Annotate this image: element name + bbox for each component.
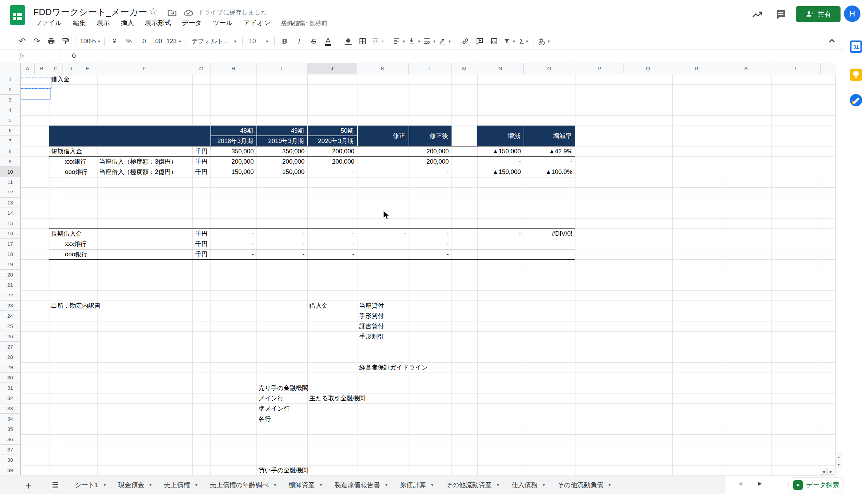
document-title[interactable]: FDDワークシート_メーカー (33, 6, 147, 18)
column-header-T[interactable]: T (771, 63, 821, 74)
cell-N6[interactable]: 増減 (477, 126, 520, 146)
borders-icon[interactable] (357, 34, 368, 48)
menu-item[interactable]: アドオン (244, 19, 271, 27)
cell-G9[interactable]: 千円 (192, 156, 210, 167)
increase-decimal-button[interactable]: .00 (152, 34, 164, 48)
column-header-K[interactable]: K (357, 63, 409, 74)
functions-button[interactable]: Σ▾ (518, 34, 529, 48)
cell-H16[interactable]: - (210, 228, 254, 239)
cell-G16[interactable]: 千円 (192, 228, 210, 239)
tabs-scroll-left-icon[interactable]: ◀ (738, 481, 742, 486)
cell-L8[interactable]: 200,000 (409, 146, 449, 156)
scroll-down-button[interactable]: ▼ (835, 461, 842, 468)
row-header-15[interactable]: 15 (0, 218, 21, 228)
cell-G17[interactable]: 千円 (192, 239, 210, 249)
row-header-31[interactable]: 31 (0, 383, 21, 393)
bold-button[interactable]: B (279, 34, 290, 48)
row-header-35[interactable]: 35 (0, 424, 21, 434)
column-header-stub[interactable] (821, 63, 835, 74)
column-header-Q[interactable]: Q (624, 63, 672, 74)
cell-N8[interactable]: ▲150,000 (477, 146, 521, 156)
cell-F10[interactable]: 当座借入（極度額：2億円） (99, 167, 177, 177)
cell-O8[interactable]: ▲42.9% (524, 146, 572, 156)
cell-I8[interactable]: 350,000 (256, 146, 305, 156)
decrease-decimal-button[interactable]: .0 (138, 34, 149, 48)
row-header-2[interactable]: 2 (0, 84, 21, 95)
cell-J6[interactable]: 50期 (307, 126, 354, 136)
cell-G10[interactable]: 千円 (192, 167, 210, 177)
scroll-up-button[interactable]: ▲ (835, 454, 842, 460)
menu-item[interactable]: 表示形式 (145, 19, 171, 27)
font-family-select[interactable]: デフォルト...▾ (190, 34, 238, 48)
row-header-28[interactable]: 28 (0, 352, 21, 362)
column-header-D[interactable]: D (63, 63, 78, 74)
cell-K25[interactable]: 証書貸付 (359, 321, 384, 331)
text-color-button[interactable]: A (322, 34, 334, 48)
row-header-6[interactable]: 6 (0, 126, 21, 136)
row-header-12[interactable]: 12 (0, 187, 21, 198)
cell-H9[interactable]: 200,000 (210, 156, 254, 167)
cell-O16[interactable]: #DIV/0! (524, 228, 572, 239)
column-header-L[interactable]: L (409, 63, 452, 74)
formula-bar-value[interactable]: 0 (72, 52, 76, 60)
cell-N10[interactable]: ▲150,000 (477, 167, 521, 177)
cell-G8[interactable]: 千円 (192, 146, 210, 156)
column-header-J[interactable]: J (307, 63, 357, 74)
cell-O9[interactable]: - (524, 156, 572, 167)
row-header-8[interactable]: 8 (0, 146, 21, 156)
account-avatar[interactable]: H (844, 5, 860, 22)
cell-I31[interactable]: 売り手の金融機関 (259, 383, 308, 393)
print-icon[interactable] (45, 34, 57, 48)
row-header-4[interactable]: 4 (0, 105, 21, 115)
sheet-tab-menu-icon[interactable]: ▾ (103, 482, 106, 487)
menu-item[interactable]: ファイル (35, 19, 62, 27)
keep-icon[interactable] (850, 69, 862, 81)
cell-C1[interactable]: 借入金 (51, 74, 70, 84)
row-header-25[interactable]: 25 (0, 321, 21, 331)
explore-button[interactable]: ✦ データ探索 (788, 477, 844, 493)
sheet-tab[interactable]: 売上債権▾ (158, 476, 204, 494)
calendar-icon[interactable]: 31 (850, 40, 862, 53)
cell-J23[interactable]: 借入金 (309, 301, 328, 311)
row-header-19[interactable]: 19 (0, 259, 21, 270)
cell-O10[interactable]: ▲100.0% (524, 167, 572, 177)
row-header-17[interactable]: 17 (0, 239, 21, 249)
cell-K6[interactable]: 修正 (357, 126, 405, 146)
row-header-16[interactable]: 16 (0, 228, 21, 239)
row-header-37[interactable]: 37 (0, 445, 21, 455)
cloud-saved-icon[interactable] (183, 8, 194, 18)
insert-link-icon[interactable] (459, 34, 471, 48)
insert-comment-icon[interactable] (474, 34, 486, 48)
input-tools-button[interactable]: あ▾ (538, 34, 550, 48)
cell-J32[interactable]: 主たる取引金融機関 (309, 393, 365, 403)
column-header-C[interactable]: C (49, 63, 63, 74)
cell-J17[interactable]: - (307, 239, 354, 249)
row-header-18[interactable]: 18 (0, 249, 21, 259)
row-header-27[interactable]: 27 (0, 342, 21, 352)
menu-item[interactable]: ツール (213, 19, 233, 27)
cell-L18[interactable]: - (409, 249, 449, 259)
sheet-tab[interactable]: 製造原価報告書▾ (328, 476, 394, 494)
vertical-align-icon[interactable]: ▾ (408, 34, 420, 48)
row-header-14[interactable]: 14 (0, 208, 21, 218)
cell-H10[interactable]: 150,000 (210, 167, 254, 177)
sheet-tab[interactable]: 原価計算▾ (394, 476, 440, 494)
column-header-I[interactable]: I (256, 63, 307, 74)
text-wrap-icon[interactable]: ▾ (423, 34, 436, 48)
row-header-1[interactable]: 1 (0, 74, 21, 84)
cell-I10[interactable]: 150,000 (256, 167, 305, 177)
cell-D10[interactable]: ooo銀行 (65, 167, 88, 177)
all-sheets-menu-icon[interactable] (51, 481, 60, 489)
cell-K24[interactable]: 手形貸付 (359, 311, 384, 321)
cell-K29[interactable]: 経営者保証ガイドライン (359, 362, 428, 373)
zoom-select[interactable]: 100%▾ (80, 34, 100, 48)
format-percent-button[interactable]: % (123, 34, 135, 48)
formula-bar[interactable]: fx 0 (0, 49, 843, 63)
cell-H7[interactable]: 2018年3月期 (210, 136, 253, 146)
strikethrough-button[interactable]: S (308, 34, 319, 48)
row-header-21[interactable]: 21 (0, 280, 21, 290)
cell-C8[interactable]: 短期借入金 (51, 146, 82, 156)
cell-F9[interactable]: 当座借入（極度額：3億円） (99, 156, 177, 167)
cell-H8[interactable]: 350,000 (210, 146, 254, 156)
font-size-select[interactable]: 10▾ (247, 34, 270, 48)
